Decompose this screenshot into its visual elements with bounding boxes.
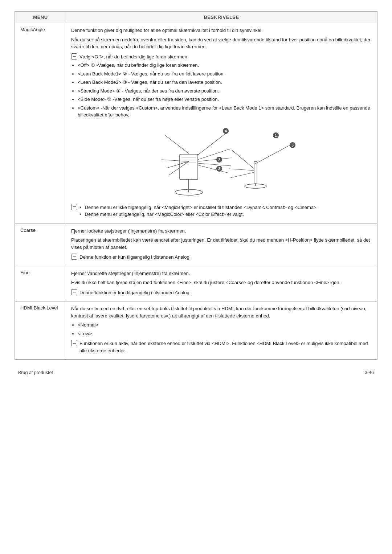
bullet-dot: • — [79, 205, 81, 210]
magicangle-bottom-note-block: • Denne menu er ikke tilgængelig, når <M… — [71, 203, 372, 218]
magicangle-diagram: 4 1 2 3 — [71, 125, 372, 199]
bottom-note-1: • Denne menu er ikke tilgængelig, når <M… — [79, 205, 318, 210]
bottom-notes-text: • Denne menu er ikke tilgængelig, når <M… — [79, 203, 318, 218]
list-item: <Lean Back Mode2> ③ - Vælges, når du ser… — [78, 79, 372, 86]
svg-rect-2 — [180, 154, 198, 180]
svg-line-31 — [254, 145, 290, 164]
left-monitor: 4 1 2 3 — [162, 128, 279, 195]
fine-line2: Hvis du ikke helt kan fjerne støjen med … — [71, 279, 372, 286]
note-icon-fine — [71, 289, 77, 295]
svg-line-20 — [198, 158, 232, 161]
hdmi-bullets: <Normal> <Low> — [78, 321, 372, 337]
coarse-note: Denne funktion er kun tilgængelig i tils… — [71, 254, 372, 261]
note-icon-coarse — [71, 254, 77, 260]
svg-line-18 — [198, 132, 228, 155]
svg-line-9 — [169, 161, 189, 175]
svg-line-22 — [198, 165, 229, 173]
list-item: <Off> ① -Vælges, når du befinder dig lig… — [78, 62, 372, 69]
right-monitor: 5 — [229, 142, 295, 188]
bullet-dot-2: • — [79, 212, 81, 217]
desc-header: BESKRIVELSE — [66, 12, 377, 23]
svg-text:5: 5 — [291, 143, 294, 147]
fine-note: Denne funktion er kun tilgængelig i tils… — [71, 289, 372, 296]
magicangle-bullets: <Off> ① -Vælges, når du befinder dig lig… — [78, 62, 372, 119]
svg-line-19 — [198, 149, 230, 160]
fine-line1: Fjerner vandrette støjstreger (linjemøns… — [71, 270, 372, 277]
table-row-hdmi: HDMI Black Level Når du ser tv med en dv… — [15, 301, 377, 360]
magicangle-intro1: Denne funktion giver dig mulighed for at… — [71, 27, 372, 34]
coarse-line1: Fjerner lodrette støjstreger (linjemønst… — [71, 227, 372, 235]
svg-rect-23 — [254, 161, 257, 183]
list-item: <Custom> -Når der vælges <Custom>, anven… — [78, 104, 372, 119]
svg-line-28 — [230, 172, 254, 178]
note-icon-2 — [71, 204, 77, 210]
fine-note-text: Denne funktion er kun tilgængelig i tils… — [79, 289, 191, 296]
desc-coarse: Fjerner lodrette støjstreger (linjemønst… — [66, 223, 377, 266]
note-text-1: Vælg <Off>, når du befinder dig lige for… — [79, 53, 188, 61]
svg-line-8 — [167, 161, 189, 168]
svg-line-21 — [198, 163, 231, 166]
magicangle-intro2: Når du ser på skærmen nedefra, ovenfra e… — [71, 36, 372, 50]
list-item: <Low> — [78, 330, 372, 337]
desc-fine: Fjerner vandrette støjstreger (linjemøns… — [66, 266, 377, 301]
table-row: MagicAngle Denne funktion giver dig muli… — [15, 23, 377, 224]
fan-left — [198, 132, 232, 173]
bottom-note-2: • Denne menu er utilgængelig, når <Magic… — [79, 212, 318, 217]
svg-text:2: 2 — [218, 158, 220, 162]
list-item: <Side Mode> ⑤ -Vælges, når du ser fra hø… — [78, 96, 372, 103]
bottom-note-2-text: Denne menu er utilgængelig, når <MagicCo… — [85, 212, 244, 217]
coarse-line2: Placeringen af skærmbilledet kan være æn… — [71, 237, 372, 251]
desc-magicangle: Denne funktion giver dig mulighed for at… — [66, 23, 377, 224]
svg-line-27 — [229, 169, 254, 171]
diagram-svg: 4 1 2 3 — [142, 125, 301, 198]
menu-label-hdmi: HDMI Black Level — [15, 301, 66, 360]
menu-header: MENU — [15, 12, 66, 23]
svg-line-26 — [232, 150, 254, 169]
table-row-fine: Fine Fjerner vandrette støjstreger (linj… — [15, 266, 377, 301]
table-row-coarse: Coarse Fjerner lodrette støjstreger (lin… — [15, 223, 377, 266]
bottom-note-1-text: Denne menu er ikke tilgængelig, når <Mag… — [85, 205, 318, 210]
note-icon — [71, 53, 77, 59]
list-item: <Normal> — [78, 321, 372, 329]
desc-hdmi: Når du ser tv med en dvd- eller en set-t… — [66, 301, 377, 360]
hdmi-note-text: Funktionen er kun aktiv, når den ekstern… — [79, 340, 372, 354]
list-item: <Lean Back Mode1> ② - Vælges, når du ser… — [78, 70, 372, 78]
list-item: <Standing Mode> ④ - Vælges, når der ses … — [78, 87, 372, 95]
magicangle-note1: Vælg <Off>, når du befinder dig lige for… — [71, 53, 372, 61]
menu-label-coarse: Coarse — [15, 223, 66, 266]
svg-text:1: 1 — [275, 134, 277, 138]
footer-left: Brug af produktet — [18, 370, 53, 375]
hdmi-line1: Når du ser tv med en dvd- eller en set-t… — [71, 305, 372, 319]
hdmi-note: Funktionen er kun aktiv, når den ekstern… — [71, 340, 372, 354]
footer-right: 3-46 — [365, 370, 374, 375]
note-icon-hdmi — [71, 340, 77, 346]
svg-line-6 — [165, 135, 189, 153]
menu-label-fine: Fine — [15, 266, 66, 301]
page-footer: Brug af produktet 3-46 — [15, 366, 377, 375]
coarse-note-text: Denne funktion er kun tilgængelig i tils… — [79, 254, 191, 261]
menu-label-magicangle: MagicAngle — [15, 23, 66, 224]
